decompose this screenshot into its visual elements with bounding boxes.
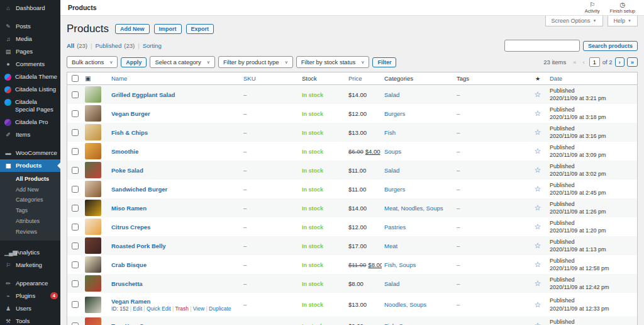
row-checkbox[interactable] — [72, 224, 79, 231]
featured-star-icon[interactable]: ☆ — [535, 128, 541, 137]
sidebar-item-pages[interactable]: ▤Pages — [0, 45, 60, 58]
view-link-sorting[interactable]: Sorting — [143, 42, 162, 49]
category-link[interactable]: Burgers — [384, 110, 405, 117]
screen-options-button[interactable]: Screen Options ▼ — [545, 16, 603, 26]
product-name-link[interactable]: Sandwiched Burger — [111, 186, 238, 193]
product-name-link[interactable]: Grilled Eggplant Salad — [111, 91, 238, 98]
product-thumbnail[interactable] — [85, 143, 101, 159]
featured-star-icon[interactable]: ☆ — [535, 300, 541, 309]
search-input[interactable] — [504, 40, 580, 52]
category-link[interactable]: Salad — [384, 280, 399, 287]
product-thumbnail[interactable] — [85, 297, 101, 313]
finish-setup-button[interactable]: ◷ Finish setup — [610, 1, 635, 14]
column-header-date[interactable]: Date — [547, 75, 637, 82]
product-name-link[interactable]: Vegan Ramen — [111, 298, 238, 305]
product-thumbnail[interactable] — [85, 181, 101, 197]
product-thumbnail[interactable] — [85, 162, 101, 178]
product-thumbnail[interactable] — [85, 219, 101, 235]
sidebar-item-posts[interactable]: ✎Posts — [0, 20, 60, 33]
import-button[interactable]: Import — [154, 24, 182, 34]
row-checkbox[interactable] — [72, 261, 79, 268]
product-name-link[interactable]: Smoothie — [111, 148, 238, 155]
export-button[interactable]: Export — [186, 24, 214, 34]
product-name-link[interactable]: Tom Yum Goong — [111, 322, 238, 325]
next-page-button[interactable]: › — [615, 57, 625, 67]
sidebar-item-citadela-theme[interactable]: Citadela Theme — [0, 71, 60, 83]
featured-star-icon[interactable]: ☆ — [535, 90, 541, 99]
category-link[interactable]: Meat, Noodles, Soups — [384, 205, 443, 212]
category-select[interactable]: Select a category ∨ — [150, 56, 215, 68]
help-button[interactable]: Help ▼ — [608, 16, 638, 26]
row-checkbox[interactable] — [72, 280, 79, 287]
product-thumbnail[interactable] — [85, 275, 101, 292]
sidebar-subitem-all-products[interactable]: All Products — [0, 174, 60, 185]
row-checkbox[interactable] — [72, 167, 79, 174]
category-link[interactable]: Meat — [384, 242, 397, 249]
sidebar-item-woocommerce[interactable]: ▬WooCommerce — [0, 147, 60, 159]
sidebar-item-media[interactable]: ♫Media — [0, 33, 60, 45]
featured-star-icon[interactable]: ☆ — [535, 279, 541, 288]
sidebar-item-items[interactable]: ✐Items — [0, 128, 60, 141]
row-action-duplicate[interactable]: Duplicate — [209, 305, 231, 312]
category-link[interactable]: Fish, Soups — [384, 322, 416, 325]
stock-status-select[interactable]: Filter by stock status ∨ — [296, 56, 370, 68]
view-link-published[interactable]: Published — [96, 42, 122, 49]
category-link[interactable]: Salad — [384, 167, 399, 174]
row-action-quick-edit[interactable]: Quick Edit — [147, 305, 171, 312]
sidebar-item-comments[interactable]: ●Comments — [0, 58, 60, 71]
sidebar-subitem-attributes[interactable]: Attributes — [0, 216, 60, 227]
row-action-edit[interactable]: Edit — [133, 305, 142, 312]
row-checkbox[interactable] — [72, 205, 79, 212]
add-new-button[interactable]: Add New — [115, 24, 150, 34]
featured-star-icon[interactable]: ☆ — [535, 166, 541, 174]
featured-star-icon[interactable]: ☆ — [535, 260, 541, 269]
filter-button[interactable]: Filter — [372, 57, 396, 67]
apply-button[interactable]: Apply — [121, 57, 147, 67]
current-page-input[interactable] — [589, 57, 600, 67]
sidebar-item-plugins[interactable]: ⌁Plugins4 — [0, 290, 60, 302]
category-link[interactable]: Soups — [384, 148, 401, 155]
select-all-checkbox[interactable] — [72, 75, 79, 82]
row-checkbox[interactable] — [72, 129, 79, 136]
product-thumbnail[interactable] — [85, 256, 101, 273]
sidebar-subitem-categories[interactable]: Categories — [0, 195, 60, 205]
category-link[interactable]: Burgers — [384, 186, 405, 193]
sidebar-item-analytics[interactable]: ▁▄▆Analytics — [0, 246, 60, 259]
category-link[interactable]: Fish, Soups — [384, 261, 416, 268]
featured-star-icon[interactable]: ☆ — [535, 222, 541, 231]
row-checkbox[interactable] — [72, 301, 79, 308]
product-thumbnail[interactable] — [85, 86, 101, 103]
last-page-button[interactable]: » — [627, 57, 638, 67]
category-link[interactable]: Pastries — [384, 224, 406, 231]
row-checkbox[interactable] — [72, 91, 79, 98]
category-link[interactable]: Fish — [384, 129, 396, 136]
product-name-link[interactable]: Roasted Pork Belly — [111, 242, 238, 249]
category-link[interactable]: Noodles, Soups — [384, 301, 426, 308]
sidebar-subitem-add-new[interactable]: Add New — [0, 185, 60, 195]
featured-star-icon[interactable]: ☆ — [535, 321, 541, 325]
view-link-all[interactable]: All — [67, 42, 74, 49]
sidebar-subitem-tags[interactable]: Tags — [0, 205, 60, 216]
product-name-link[interactable]: Citrus Crepes — [111, 224, 238, 231]
featured-star-icon[interactable]: ☆ — [535, 147, 541, 156]
breadcrumb[interactable]: Products — [60, 4, 97, 11]
bulk-actions-select[interactable]: Bulk actions ∨ — [67, 56, 118, 68]
sidebar-item-marketing[interactable]: ⚐Marketing — [0, 259, 60, 271]
search-products-button[interactable]: Search products — [583, 41, 638, 51]
column-header-sku[interactable]: SKU — [241, 75, 299, 82]
product-name-link[interactable]: Bruschetta — [111, 280, 238, 287]
featured-star-icon[interactable]: ☆ — [535, 185, 541, 193]
product-thumbnail[interactable] — [85, 317, 101, 325]
row-checkbox[interactable] — [72, 322, 79, 325]
column-header-price[interactable]: Price — [346, 75, 382, 82]
featured-star-icon[interactable]: ☆ — [535, 203, 541, 212]
sidebar-item-products[interactable]: ▦Products — [0, 159, 60, 172]
product-thumbnail[interactable] — [85, 105, 101, 122]
sidebar-item-citadela-pro[interactable]: Citadela Pro — [0, 116, 60, 128]
sidebar-item-dashboard[interactable]: ⌂Dashboard — [0, 2, 60, 14]
sidebar-item-tools[interactable]: ⚒Tools — [0, 315, 60, 325]
product-name-link[interactable]: Poke Salad — [111, 167, 238, 174]
sidebar-item-citadela-special-pages[interactable]: Citadela Special Pages — [0, 96, 60, 116]
activity-button[interactable]: ⚐ Activity — [585, 1, 600, 14]
sidebar-item-citadela-listing[interactable]: Citadela Listing — [0, 83, 60, 96]
